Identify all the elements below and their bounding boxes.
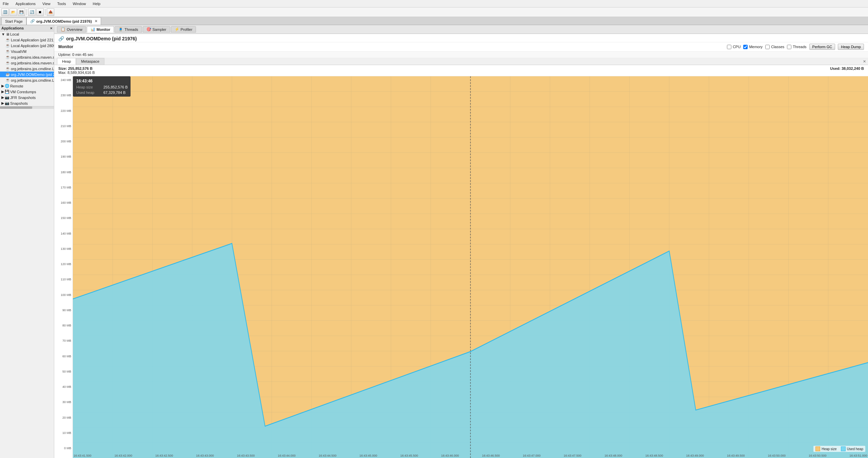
sidebar-item-app1[interactable]: ☕ Local Application (pid 2211… — [0, 37, 54, 43]
x-axis-labels: 16:43:41.500 16:43:42.000 16:43:42.500 1… — [73, 454, 868, 457]
jfr-icon: 📷 — [5, 95, 9, 100]
menu-help[interactable]: Help — [92, 1, 102, 6]
sidebar-item-remote[interactable]: ▶ 🌐 Remote — [0, 83, 54, 89]
cpu-checkbox-group[interactable]: CPU — [727, 45, 741, 49]
app-icon: ☕ — [5, 78, 10, 82]
y-210: 210 MB — [61, 124, 71, 128]
chart-legend: Heap size Used heap — [813, 446, 865, 452]
chart-info: Size: 255,852,576 B Max: 8,589,934,616 B… — [54, 65, 868, 76]
app-icon: ☕ — [5, 55, 10, 59]
sidebar-item-maven2[interactable]: ☕ org.jetbrains.idea.maven.se… — [0, 60, 54, 66]
heap-dump-button[interactable]: Heap Dump — [838, 44, 864, 50]
y-10: 10 MB — [62, 431, 71, 435]
toolbar-new[interactable]: 🆕 — [1, 8, 9, 16]
heap-panel-close-btn[interactable]: ✕ — [861, 58, 868, 65]
toolbar-open[interactable]: 📂 — [9, 8, 17, 16]
tab-oom-demo-label: org.JVM.OOMDemo (pid 21976) — [36, 19, 92, 23]
menu-window[interactable]: Window — [71, 1, 87, 6]
nav-tab-threads[interactable]: 🧵 Threads — [115, 26, 142, 33]
sidebar-item-visualvm[interactable]: ☕ VisualVM — [0, 48, 54, 54]
classes-checkbox[interactable] — [765, 45, 770, 49]
x-label-7: 16:43:44.500 — [319, 454, 337, 457]
toolbar-stop[interactable]: ⏹ — [36, 8, 44, 16]
heap-tab-heap[interactable]: Heap — [57, 58, 76, 65]
x-label-8: 16:43:45.000 — [359, 454, 377, 457]
sidebar-item-jfr[interactable]: ▶ 📷 JFR Snapshots — [0, 95, 54, 100]
tab-oom-demo[interactable]: 🔗 org.JVM.OOMDemo (pid 21976) ✕ — [26, 17, 101, 25]
sidebar-header-label: Applications — [1, 26, 24, 30]
x-label-6: 16:43:44.000 — [278, 454, 296, 457]
nav-tab-overview-label: Overview — [67, 27, 82, 32]
tab-start-page[interactable]: Start Page — [1, 17, 26, 25]
threads-label: Threads — [793, 45, 806, 49]
sampler-icon: 🎯 — [146, 27, 151, 32]
toolbar-save[interactable]: 💾 — [18, 8, 25, 16]
x-label-12: 16:43:47.000 — [523, 454, 541, 457]
x-label-2: 16:43:42.000 — [114, 454, 132, 457]
toolbar-heap-dump[interactable]: 📥 — [47, 8, 54, 16]
sidebar: Applications ✕ ▼ 🖥 Local ☕ Local Applica… — [0, 25, 54, 458]
sidebar-scrollbar[interactable] — [0, 106, 54, 109]
sidebar-item-jps2[interactable]: ☕ org.jetbrains.jps.cmdline.La… — [0, 77, 54, 83]
sidebar-item-local[interactable]: ▼ 🖥 Local — [0, 32, 54, 37]
chart-data-area — [73, 76, 868, 458]
sidebar-item-jps1[interactable]: ☕ org.jetbrains.jps.cmdline.La… — [0, 66, 54, 72]
sidebar-item-label: org.jetbrains.idea.maven.se… — [11, 61, 54, 65]
menu-tools[interactable]: Tools — [56, 1, 67, 6]
sidebar-item-label: org.JVM.OOMDemo (pid 21… — [11, 73, 54, 77]
perform-gc-button[interactable]: Perform GC — [809, 44, 835, 50]
chart-panel: Size: 255,852,576 B Max: 8,589,934,616 B… — [54, 65, 868, 458]
x-label-11: 16:43:46.500 — [482, 454, 500, 457]
menu-view[interactable]: View — [41, 1, 52, 6]
nav-tab-overview[interactable]: 📋 Overview — [57, 26, 86, 33]
y-200: 200 MB — [61, 140, 71, 143]
nav-tab-profiler-label: Profiler — [181, 27, 193, 32]
sidebar-item-coredumps[interactable]: ▶ 💾 VM Coredumps — [0, 89, 54, 95]
nav-tab-profiler[interactable]: ⚡ Profiler — [171, 26, 196, 33]
x-label-14: 16:43:48.000 — [605, 454, 623, 457]
sidebar-item-snapshots[interactable]: ▶ 📷 Snapshots — [0, 100, 54, 106]
expand-icon: ▶ — [1, 95, 4, 100]
nav-tab-sampler-label: Sampler — [153, 27, 166, 32]
sidebar-item-label: org.jetbrains.jps.cmdline.La… — [11, 67, 54, 71]
tabbar: Start Page 🔗 org.JVM.OOMDemo (pid 21976)… — [0, 17, 868, 25]
heap-tab-metaspace[interactable]: Metaspace — [76, 58, 104, 65]
remote-icon: 🌐 — [5, 84, 9, 88]
tab-close-icon[interactable]: ✕ — [95, 19, 97, 23]
x-label-13: 16:43:47.500 — [564, 454, 581, 457]
toolbar-refresh[interactable]: 🔄 — [28, 8, 36, 16]
app-icon: ☕ — [5, 38, 10, 42]
menu-file[interactable]: File — [1, 1, 10, 6]
menu-applications[interactable]: Applications — [14, 1, 37, 6]
tooltip-used-label: Used heap — [76, 91, 94, 95]
sidebar-item-maven1[interactable]: ☕ org.jetbrains.idea.maven.se… — [0, 54, 54, 60]
threads-checkbox-group[interactable]: Threads — [787, 45, 806, 49]
sidebar-item-oom[interactable]: ☕ org.JVM.OOMDemo (pid 21… — [0, 72, 54, 77]
app-connection-icon: 🔗 — [58, 36, 64, 41]
sidebar-close-btn[interactable]: ✕ — [50, 26, 53, 30]
classes-checkbox-group[interactable]: Classes — [765, 45, 784, 49]
nav-tabs: 📋 Overview 📊 Monitor 🧵 Threads 🎯 Sampler… — [54, 25, 868, 34]
monitor-label: Monitor — [58, 44, 73, 49]
toolbar-separator-2 — [45, 9, 45, 15]
nav-tab-sampler[interactable]: 🎯 Sampler — [143, 26, 170, 33]
heap-used-text: Used: 38,032,240 B — [830, 66, 864, 75]
heap-info-left: Size: 255,852,576 B Max: 8,589,934,616 B — [58, 66, 95, 75]
tooltip-time-text: 16:43:46 — [76, 79, 93, 83]
threads-checkbox[interactable] — [787, 45, 791, 49]
x-label-9: 16:43:45.500 — [400, 454, 418, 457]
cpu-checkbox[interactable] — [727, 45, 731, 49]
monitor-controls: CPU Memory Classes Threads Perform GC He… — [727, 44, 864, 50]
profiler-icon: ⚡ — [175, 27, 179, 32]
sidebar-item-app2[interactable]: ☕ Local Application (pid 2809… — [0, 43, 54, 48]
monitor-icon: 📊 — [91, 27, 95, 32]
main-layout: Applications ✕ ▼ 🖥 Local ☕ Local Applica… — [0, 25, 868, 458]
expand-icon: ▼ — [1, 32, 5, 36]
memory-checkbox[interactable] — [743, 45, 748, 49]
sidebar-item-label: VM Coredumps — [10, 90, 36, 94]
sidebar-item-label: Remote — [10, 84, 23, 88]
memory-checkbox-group[interactable]: Memory — [743, 45, 763, 49]
nav-tab-monitor[interactable]: 📊 Monitor — [87, 26, 114, 33]
threads-icon: 🧵 — [118, 27, 123, 32]
app-icon: ☕ — [5, 49, 10, 54]
